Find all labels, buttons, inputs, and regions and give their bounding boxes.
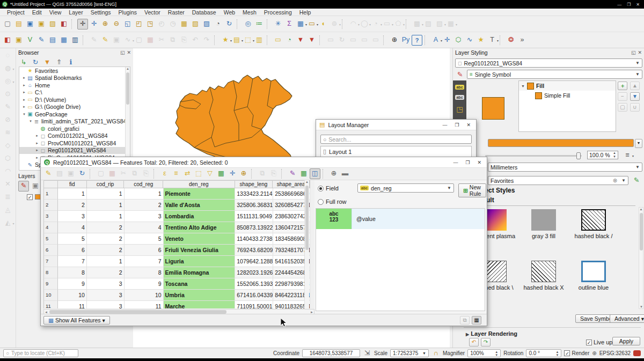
- symbol-tree-simplefill-row[interactable]: Simple Fill: [519, 91, 616, 100]
- cell-cod_rip[interactable]: 1: [87, 256, 125, 267]
- move-annotation-icon[interactable]: ✛: [442, 35, 452, 46]
- cell-fid[interactable]: 8: [58, 267, 87, 278]
- minimize-icon[interactable]: —: [442, 122, 447, 128]
- cell-den_reg[interactable]: Emilia Romagna: [164, 267, 236, 278]
- redo-style-button[interactable]: ↷: [481, 338, 491, 347]
- coordinate-box[interactable]: 1648073,5338577: [302, 349, 360, 357]
- panel-float-icon[interactable]: ◱: [631, 50, 636, 55]
- apply-button[interactable]: Apply: [612, 337, 640, 345]
- new-mesh-layer-icon[interactable]: ▥: [70, 35, 80, 46]
- table-row[interactable]: 9939Toscana1552065.1393422987939818.78: [44, 278, 310, 290]
- cell-shape_leng[interactable]: 1140433.27385: [235, 233, 273, 245]
- new-print-layout-icon[interactable]: ▨: [47, 19, 58, 30]
- cell-den_reg[interactable]: Lombardia: [164, 211, 236, 222]
- expand-icon[interactable]: ▾: [28, 119, 33, 123]
- maximize-icon[interactable]: ❐: [627, 2, 631, 7]
- cell-fid[interactable]: 3: [58, 211, 87, 222]
- browser-item-reg01012021-wgs84[interactable]: ▸◻Reg01012021_WGS84: [19, 147, 130, 154]
- cell-fid[interactable]: 2: [58, 200, 87, 211]
- remove-symbol-layer-button[interactable]: −: [618, 92, 627, 101]
- new-map-view-icon[interactable]: ▨: [201, 19, 212, 30]
- open-layer-styling-panel-icon[interactable]: ✎: [18, 181, 29, 191]
- unit-combo[interactable]: Millimeters ▼: [488, 163, 642, 172]
- cell-shape_leng[interactable]: 1552065.13934: [235, 278, 273, 290]
- row-number[interactable]: 1: [44, 188, 58, 200]
- color-bar[interactable]: [488, 139, 634, 147]
- cell-fid[interactable]: 1: [58, 188, 87, 200]
- layer-visibility-checkbox[interactable]: ✓: [27, 194, 33, 200]
- deselect-features-icon[interactable]: ⬚▾: [243, 35, 253, 46]
- new-rule-button[interactable]: ⊞ New Rule: [458, 183, 486, 197]
- menu-processing[interactable]: Processing: [260, 9, 296, 16]
- extents-icon[interactable]: ⇲: [363, 349, 371, 358]
- zoom-to-layer-icon[interactable]: ◳: [145, 19, 156, 30]
- expand-icon[interactable]: ▸: [21, 83, 27, 87]
- cell-cod_reg[interactable]: 4: [125, 222, 164, 233]
- cell-den_reg[interactable]: Toscana: [164, 278, 236, 290]
- menu-layer[interactable]: Layer: [65, 9, 86, 16]
- expand-icon[interactable]: ▸: [21, 105, 27, 109]
- cell-den_reg[interactable]: Piemonte: [164, 188, 236, 200]
- cell-fid[interactable]: 11: [58, 301, 87, 308]
- table-row[interactable]: 3313Lombardia1511131.904923863027424: [44, 211, 310, 222]
- menu-settings[interactable]: Settings: [87, 9, 115, 16]
- cell-fid[interactable]: 5: [58, 233, 87, 245]
- cell-shape_leng[interactable]: 769243.682097: [235, 245, 273, 256]
- project-properties-icon[interactable]: ◧: [58, 19, 69, 30]
- field-radio[interactable]: Field: [318, 185, 339, 191]
- browser-scrollbar[interactable]: ▲: [125, 67, 130, 170]
- row-number[interactable]: 10: [44, 290, 58, 301]
- cell-fid[interactable]: 4: [58, 222, 87, 233]
- browser-item-com01012021-wgs84[interactable]: ▸◻Com01012021_WGS84: [19, 132, 130, 140]
- cell-cod_reg[interactable]: 2: [125, 200, 164, 211]
- menu-raster[interactable]: Raster: [164, 9, 188, 16]
- style-manager-icon[interactable]: ✎: [631, 175, 642, 186]
- row-number[interactable]: 6: [44, 245, 58, 256]
- row-number[interactable]: 3: [44, 211, 58, 222]
- render-checkbox[interactable]: ✓Render: [564, 350, 589, 356]
- identify-features-icon[interactable]: ◎: [243, 19, 253, 30]
- rotation-spinbox[interactable]: 0.0 °▲▼: [526, 349, 561, 357]
- new-shapefile-layer-icon[interactable]: V: [25, 35, 35, 46]
- epsg-button[interactable]: EPSG:32632: [599, 350, 631, 356]
- style-item-gray-3-fill[interactable]: gray 3 fill: [519, 209, 568, 239]
- expand-icon[interactable]: ▸: [21, 90, 27, 94]
- measure-icon[interactable]: ▭▾: [306, 19, 317, 30]
- lock-scale-icon[interactable]: ∩: [431, 349, 440, 358]
- minimize-icon[interactable]: —: [617, 2, 621, 7]
- row-number[interactable]: 9: [44, 278, 58, 290]
- cell-cod_rip[interactable]: 3: [87, 301, 125, 308]
- map-tips-icon[interactable]: ◖: [318, 19, 328, 30]
- deselect-all-icon[interactable]: ⬚: [193, 168, 204, 179]
- cell-shape_leng[interactable]: 671416.043397: [235, 290, 273, 301]
- statistical-summary-icon[interactable]: ≔: [254, 19, 265, 30]
- attr-toggle-editing-icon[interactable]: ✎: [43, 168, 54, 179]
- refresh-map-icon[interactable]: ↻: [224, 19, 235, 30]
- layer-diagram-icon[interactable]: ◔: [284, 35, 295, 46]
- style-item-outline-blue[interactable]: outline blue: [569, 261, 618, 291]
- toggle-editing-icon[interactable]: ✎: [100, 35, 111, 46]
- pan-to-selected-icon[interactable]: ✛: [227, 168, 238, 179]
- help-icon[interactable]: ?: [412, 35, 422, 46]
- cell-shape_leng[interactable]: 1282023.19266: [235, 267, 273, 278]
- browser-item-geopackage[interactable]: ▾▣GeoPackage: [19, 110, 130, 118]
- row-number[interactable]: 8: [44, 267, 58, 278]
- select-by-value-icon[interactable]: ▤▾: [231, 35, 242, 46]
- row-header-corner[interactable]: [44, 181, 58, 188]
- lock-colors-button[interactable]: ∪: [630, 103, 640, 112]
- table-row[interactable]: 1111311Marche711091.5000159401183265.4: [44, 301, 310, 308]
- browser-item-favorites[interactable]: ★Favorites: [19, 67, 130, 75]
- browser-item-d-volume-[interactable]: ▸▭D:\ (Volume): [19, 96, 130, 104]
- processing-toolbox-icon[interactable]: ✳: [273, 19, 283, 30]
- symbology-tab-icon[interactable]: ✎: [455, 70, 465, 80]
- field-combo[interactable]: abc den_reg ▼: [357, 183, 454, 193]
- cell-shape_leng[interactable]: 711091.500015: [235, 301, 273, 308]
- python-console-icon[interactable]: Py: [400, 35, 411, 46]
- cell-cod_rip[interactable]: 2: [87, 222, 125, 233]
- cell-fid[interactable]: 7: [58, 256, 87, 267]
- column-header-cod_reg[interactable]: cod_reg: [124, 181, 163, 188]
- highlight-pinned-labels-icon[interactable]: ▼: [306, 35, 317, 46]
- panel-close-icon[interactable]: ✕: [638, 50, 642, 55]
- expand-icon[interactable]: ▸: [21, 76, 27, 80]
- 3d-view-tab-icon[interactable]: ◳: [456, 105, 463, 113]
